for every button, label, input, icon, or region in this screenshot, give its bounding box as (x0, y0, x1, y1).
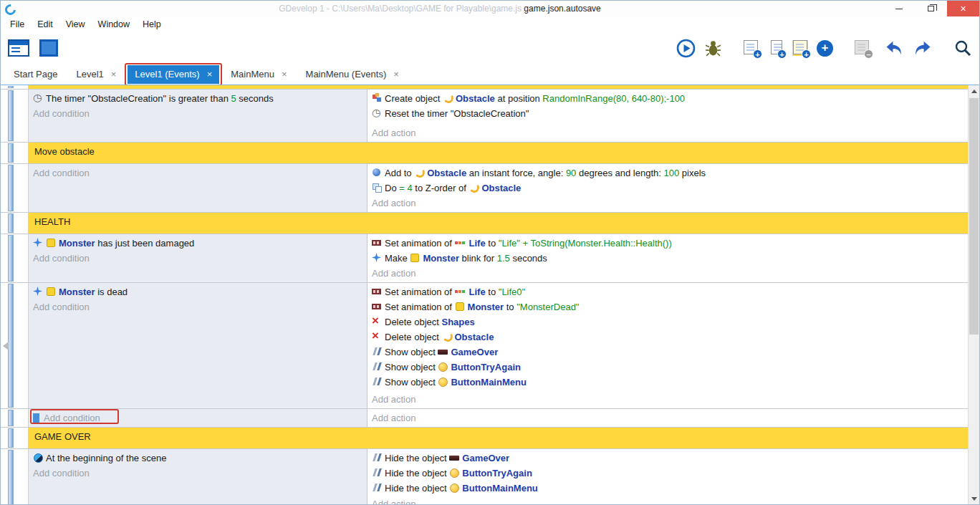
condition-line[interactable]: At the beginning of the scene (33, 451, 362, 466)
add-condition-button[interactable]: Add condition (33, 299, 362, 314)
close-button[interactable]: × (947, 1, 979, 16)
text-segment: has just been damaged (95, 238, 195, 249)
action-line[interactable]: Set animation of Life to "Life0" (372, 284, 964, 299)
add-other-event-button[interactable]: + (815, 39, 835, 58)
action-line[interactable]: Hide the object ButtonTryAgain (372, 466, 964, 481)
visibility-icon (372, 347, 383, 357)
action-line[interactable]: Add to Obstacle an instant force, angle:… (372, 165, 964, 181)
comment-text[interactable]: GAME OVER (28, 428, 968, 448)
comment-text[interactable]: Move obstacle (28, 143, 968, 163)
tab-close-icon[interactable]: × (111, 69, 117, 80)
preview-button[interactable] (675, 37, 697, 59)
title-bar[interactable]: GDevelop 1 - C:\Users\Ma\Desktop\GAME fo… (1, 1, 979, 16)
tab-level1[interactable]: Level1× (69, 65, 123, 84)
menu-view[interactable]: View (59, 16, 92, 32)
event-drag-handle[interactable] (1, 90, 28, 142)
event-drag-handle[interactable] (1, 164, 28, 212)
scroll-up-button[interactable] (969, 85, 979, 97)
tab-level1-events[interactable]: Level1 (Events)× (128, 65, 219, 84)
action-line[interactable]: Create object Obstacle at position Rando… (372, 91, 964, 106)
comment-row[interactable]: GAME OVER (1, 428, 968, 449)
event-drag-handle[interactable] (1, 409, 28, 427)
tab-close-icon[interactable]: × (393, 69, 399, 80)
add-action-button[interactable]: Add action (372, 496, 964, 504)
event-drag-handle[interactable] (1, 143, 28, 163)
event-drag-handle[interactable] (1, 428, 28, 448)
condition-line[interactable]: Monster is dead (33, 284, 362, 299)
menu-help[interactable]: Help (136, 16, 168, 32)
add-condition-button[interactable]: Add condition (33, 251, 362, 266)
events-sheet[interactable]: The timer "ObstacleCreation" is greater … (1, 85, 979, 504)
add-action-button[interactable]: Add action (372, 125, 964, 140)
action-line[interactable]: Hide the object ButtonMainMenu (372, 481, 964, 496)
event-drag-handle[interactable] (1, 213, 28, 234)
action-line[interactable]: Delete object Shapes (372, 314, 964, 330)
event-fold-arrow-icon[interactable] (3, 342, 9, 350)
action-line[interactable]: Set animation of Life to "Life" + ToStri… (372, 236, 964, 251)
comment-row[interactable]: HEALTH (1, 213, 968, 234)
project-manager-button[interactable] (6, 38, 31, 58)
search-button[interactable] (952, 37, 974, 59)
text-segment: GameOver (451, 347, 498, 357)
restore-button[interactable] (915, 1, 947, 16)
minimize-button[interactable] (883, 1, 915, 16)
vertical-scrollbar[interactable] (968, 85, 979, 504)
add-comment-button[interactable]: + (791, 39, 810, 57)
add-action-button[interactable]: Add action (372, 266, 964, 281)
event-row-empty[interactable]: Add condition Add action (1, 409, 968, 428)
menu-edit[interactable]: Edit (31, 16, 59, 32)
add-condition-button[interactable]: Add condition (33, 466, 362, 481)
add-action-button[interactable]: Add action (372, 392, 964, 407)
action-line[interactable]: Show object ButtonMainMenu (372, 375, 964, 390)
action-line[interactable]: Make Monster blink for 1.5 seconds (372, 251, 964, 266)
text-segment: to (504, 302, 517, 312)
action-line[interactable]: Delete object Obstacle (372, 330, 964, 345)
add-action-button[interactable]: Add action (372, 410, 964, 425)
menu-window[interactable]: Window (92, 16, 136, 32)
event-row[interactable]: At the beginning of the scene Add condit… (1, 449, 968, 504)
add-subevent-button[interactable]: + (767, 39, 785, 57)
add-condition-button[interactable]: Add condition (33, 410, 362, 425)
tab-mainmenu[interactable]: MainMenu× (224, 65, 294, 84)
event-drag-handle[interactable] (1, 449, 28, 504)
action-line[interactable]: Hide the object GameOver (372, 451, 964, 466)
action-line[interactable]: Show object GameOver (372, 345, 964, 360)
action-line[interactable]: Reset the timer "ObstacleCreation" (372, 106, 964, 121)
delete-event-button[interactable]: – (853, 39, 872, 57)
event-row[interactable]: The timer "ObstacleCreation" is greater … (1, 90, 968, 143)
redo-button[interactable] (911, 39, 933, 58)
tab-close-icon[interactable]: × (207, 69, 213, 80)
zorder-icon (372, 183, 383, 193)
undo-button[interactable] (883, 39, 905, 58)
text-segment: 5 (231, 93, 236, 104)
scene-begin-icon (33, 453, 44, 463)
add-condition-button[interactable]: Add condition (33, 106, 362, 121)
add-condition-button[interactable]: Add condition (33, 165, 362, 181)
action-line[interactable]: Set animation of Monster to "MonsterDead… (372, 299, 964, 314)
event-row[interactable]: Monster has just been damaged Add condit… (1, 234, 968, 283)
event-row[interactable]: Add condition Add to Obstacle an instant… (1, 164, 968, 213)
add-event-button[interactable]: + (742, 39, 761, 57)
comment-row[interactable]: Move obstacle (1, 143, 968, 164)
condition-line[interactable]: The timer "ObstacleCreation" is greater … (33, 91, 362, 106)
add-action-button[interactable]: Add action (372, 196, 964, 211)
menu-file[interactable]: File (4, 16, 31, 32)
tab-mainmenu-events[interactable]: MainMenu (Events)× (299, 65, 406, 84)
comment-text[interactable]: HEALTH (28, 213, 968, 234)
tab-close-icon[interactable]: × (282, 69, 287, 80)
scrollbar-thumb[interactable] (969, 98, 979, 335)
scroll-down-button[interactable] (969, 493, 979, 504)
debugger-button[interactable] (703, 38, 724, 59)
delete-event-icon: – (855, 40, 870, 56)
effect-icon (372, 253, 383, 263)
start-page-button[interactable] (38, 38, 59, 58)
action-line[interactable]: Show object ButtonTryAgain (372, 360, 964, 375)
tab-start-page[interactable]: Start Page (6, 65, 64, 84)
condition-line[interactable]: Monster has just been damaged (33, 236, 362, 251)
text-segment: Reset the timer "ObstacleCreation" (385, 108, 529, 119)
event-row[interactable]: Monster is dead Add condition Set animat… (1, 283, 968, 409)
action-line[interactable]: Do = 4 to Z-order of Obstacle (372, 181, 964, 196)
tab-bar: Start Page Level1× Level1 (Events)× Main… (1, 64, 979, 85)
event-drag-handle[interactable] (1, 234, 28, 282)
text-segment: Obstacle (456, 93, 495, 104)
